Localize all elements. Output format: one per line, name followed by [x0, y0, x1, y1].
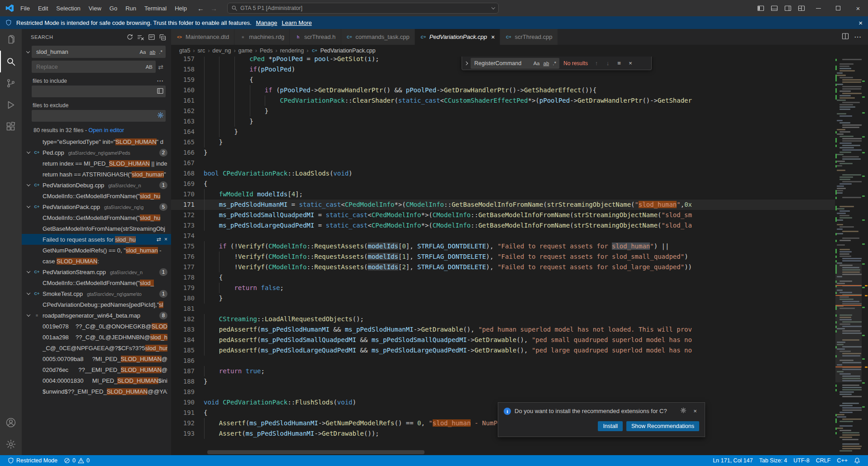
- result-file-row[interactable]: C+PedVariationStream.cppgta5\src\dev_n1: [22, 266, 171, 277]
- breadcrumb-item[interactable]: gta5: [179, 48, 190, 54]
- tab-size-status[interactable]: Tab Size: 4: [756, 457, 790, 464]
- code-line[interactable]: 163 }: [171, 116, 835, 127]
- code-line[interactable]: 185 pedAssertf(ms_pPedSlodLargeQuadPedMI…: [171, 345, 835, 356]
- whole-word-toggle[interactable]: ab: [148, 49, 157, 55]
- open-editors-only-icon[interactable]: [157, 87, 164, 96]
- activity-item-explorer[interactable]: [0, 29, 22, 51]
- replace-all-icon[interactable]: ⇄: [156, 61, 166, 73]
- close-tab-icon[interactable]: ×: [491, 33, 495, 41]
- code-line[interactable]: 187 return true;: [171, 366, 835, 376]
- result-file-row[interactable]: C+Ped.cppgta5\src\dev_ng\game\Peds2: [22, 147, 171, 158]
- close-banner-icon[interactable]: ×: [858, 19, 863, 27]
- menu-item-view[interactable]: View: [85, 3, 105, 14]
- close-find-icon[interactable]: ×: [626, 59, 635, 68]
- tab-scrThread.h[interactable]: hscrThread.h: [290, 29, 341, 45]
- toggle-panel-icon[interactable]: [768, 1, 781, 15]
- code-editor[interactable]: 157 cPed *pPoolPed = pool->GetSlot(i);15…: [171, 57, 835, 439]
- chevron-down-icon[interactable]: [27, 313, 30, 316]
- collapse-all-icon[interactable]: [157, 32, 167, 42]
- tab-Maintenance.dtd[interactable]: <>Maintenance.dtd: [171, 29, 234, 45]
- menu-item-selection[interactable]: Selection: [52, 3, 84, 14]
- chevron-down-icon[interactable]: [27, 269, 30, 273]
- code-line[interactable]: 161 CPedVariationPack::ClearShader(stati…: [171, 95, 835, 106]
- find-in-selection-icon[interactable]: ≡: [615, 59, 624, 68]
- replace-match-icon[interactable]: ⇄: [157, 236, 161, 243]
- menu-item-edit[interactable]: Edit: [34, 3, 52, 14]
- code-line[interactable]: 166}: [171, 147, 835, 158]
- horizontal-scrollbar[interactable]: [207, 450, 424, 454]
- toggle-search-details-icon[interactable]: ···: [157, 78, 164, 84]
- nav-forward-icon[interactable]: →: [210, 5, 217, 12]
- result-file-row[interactable]: C+PedVariationDebug.cppgta5\src\dev_n1: [22, 180, 171, 190]
- code-line[interactable]: 179 return false;: [171, 283, 835, 293]
- result-match-row[interactable]: $unwind$??_EMI_PED_SLOD_HUMAN@@YAX: [22, 386, 171, 397]
- result-match-row[interactable]: GetBaseModelInfoFromName(strStreamingObj: [22, 223, 171, 234]
- activity-item-account[interactable]: [0, 412, 22, 433]
- code-line[interactable]: 165 }: [171, 137, 835, 147]
- refresh-icon[interactable]: [125, 32, 135, 42]
- command-center[interactable]: GTA 5 P1 [Administrator]: [227, 3, 499, 14]
- code-line[interactable]: 174: [171, 231, 835, 241]
- minimap-slider[interactable]: [835, 263, 862, 382]
- language-mode-status[interactable]: C++: [834, 457, 851, 464]
- result-match-row[interactable]: 001aa298??_C@_0L@JEDHMNBN@slod_h: [22, 332, 171, 342]
- encoding-status[interactable]: UTF-8: [790, 457, 812, 464]
- find-whole-word-toggle[interactable]: ab: [542, 61, 551, 66]
- split-editor-icon[interactable]: [842, 33, 849, 41]
- notification-settings-icon[interactable]: [679, 407, 687, 415]
- customize-layout-icon[interactable]: [795, 1, 808, 15]
- chevron-down-icon[interactable]: [27, 291, 30, 295]
- code-line[interactable]: 169{: [171, 179, 835, 189]
- code-line[interactable]: 172 ms_pPedSlodSmallQuadpedMI = static_c…: [171, 210, 835, 220]
- chevron-down-icon[interactable]: [27, 204, 30, 208]
- nav-back-icon[interactable]: ←: [197, 5, 204, 12]
- toggle-replace-chevron-icon[interactable]: [464, 61, 468, 65]
- chevron-down-icon[interactable]: [27, 150, 30, 153]
- regex-toggle[interactable]: .*: [157, 49, 164, 55]
- breadcrumb-item[interactable]: game: [238, 48, 253, 54]
- result-match-row[interactable]: 0005:00709ba8?MI_PED_SLOD_HUMAN@: [22, 353, 171, 364]
- code-line[interactable]: 168bool CPedVariationPack::LoadSlods(voi…: [171, 168, 835, 179]
- code-line[interactable]: 159 {: [171, 75, 835, 85]
- restricted-mode-status[interactable]: Restricted Mode: [5, 455, 61, 466]
- find-input[interactable]: [473, 60, 531, 67]
- replace-input[interactable]: [35, 63, 143, 71]
- tab-machines.rdg[interactable]: ≡machines.rdg: [234, 29, 290, 45]
- clear-search-results-icon[interactable]: [136, 32, 146, 42]
- minimap[interactable]: [835, 57, 862, 455]
- dismiss-match-icon[interactable]: ×: [164, 236, 167, 243]
- code-line[interactable]: 182 CStreaming::LoadAllRequestedObjects(…: [171, 314, 835, 324]
- result-file-row[interactable]: C+PedVariationPack.cppgta5\src\dev_ng\g5: [22, 201, 171, 212]
- result-match-row[interactable]: type="eSuperlodType" init="SLOD_HUMAN" d: [22, 136, 171, 147]
- toggle-replace-icon[interactable]: [24, 46, 32, 58]
- breadcrumb-item[interactable]: rendering: [280, 48, 304, 54]
- code-line[interactable]: 189: [171, 387, 835, 397]
- breadcrumb-item[interactable]: Peds: [260, 48, 273, 54]
- notifications-bell-icon[interactable]: [851, 457, 863, 464]
- result-match-row[interactable]: GetNumPedModelRefs() == 0, "slod_human -: [22, 245, 171, 256]
- result-file-row[interactable]: C+SmokeTest.cppgta5\src\dev_ng\game\to1: [22, 288, 171, 299]
- code-line[interactable]: 164 }: [171, 127, 835, 137]
- menu-item-run[interactable]: Run: [121, 3, 140, 14]
- code-line[interactable]: 171 ms_pPedSlodHumanMI = static_cast<CPe…: [171, 200, 835, 210]
- result-match-row[interactable]: CModelInfo::GetModelIdFromName("slod_hu: [22, 190, 171, 201]
- toggle-secondary-sidebar-icon[interactable]: [781, 1, 795, 15]
- code-line[interactable]: 178 {: [171, 272, 835, 283]
- code-line[interactable]: 186: [171, 356, 835, 366]
- activity-item-extensions[interactable]: [0, 116, 22, 138]
- manage-link[interactable]: Manage: [256, 19, 277, 26]
- preserve-case-toggle[interactable]: AB: [144, 64, 154, 70]
- code-line[interactable]: 173 ms_pPedSlodLargeQuadPedMI = static_c…: [171, 220, 835, 231]
- menu-item-terminal[interactable]: Terminal: [140, 3, 171, 14]
- result-match-row[interactable]: 020d76ec??__EMI_PED_SLOD_HUMAN@: [22, 364, 171, 375]
- menu-item-file[interactable]: File: [16, 3, 34, 14]
- code-line[interactable]: 170 fwModelId modelIds[4];: [171, 189, 835, 200]
- result-match-row[interactable]: _C@_0CE@NPFGAEEA@?$CFs?3?5slod_huma: [22, 342, 171, 353]
- result-match-row[interactable]: Failed to request assets for slod_hu⇄×: [22, 234, 171, 245]
- show-recommendations-button[interactable]: Show Recommendations: [626, 421, 699, 431]
- code-line[interactable]: 176 !Verifyf(CModelInfo::RequestAssets(m…: [171, 252, 835, 262]
- code-line[interactable]: 177 !Verifyf(CModelInfo::RequestAssets(m…: [171, 262, 835, 272]
- activity-item-run-debug[interactable]: [0, 94, 22, 116]
- result-match-row[interactable]: return hash == ATSTRINGHASH("slod_human": [22, 169, 171, 180]
- breadcrumb-item[interactable]: src: [198, 48, 205, 54]
